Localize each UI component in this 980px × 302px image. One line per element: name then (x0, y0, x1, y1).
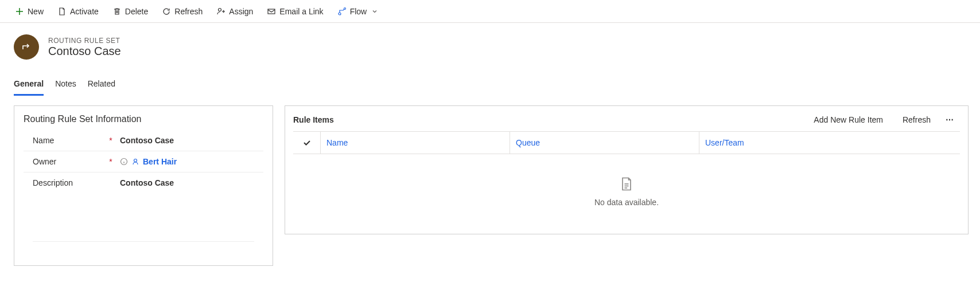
column-user-team[interactable]: User/Team (699, 132, 960, 154)
required-indicator: * (107, 136, 114, 145)
new-label: New (28, 7, 44, 16)
description-field[interactable]: Contoso Case (114, 178, 254, 187)
grid-refresh-button[interactable]: Refresh (892, 113, 936, 127)
refresh-icon (162, 7, 171, 16)
routing-rule-info-card: Routing Rule Set Information Name * Cont… (14, 105, 273, 266)
assign-icon (216, 7, 225, 16)
activate-button[interactable]: Activate (52, 2, 104, 21)
command-bar: New Activate Delete Refresh Assign Email… (0, 0, 980, 23)
description-label: Description (33, 178, 107, 187)
refresh-button[interactable]: Refresh (156, 2, 208, 21)
assign-label: Assign (229, 7, 253, 16)
rule-items-card: Rule Items Add New Rule Item Refresh (285, 105, 969, 234)
more-actions-button[interactable]: ⋯ (940, 113, 960, 127)
flow-icon (337, 7, 347, 16)
grid-header-row: Name Queue User/Team (293, 131, 960, 154)
name-label: Name (33, 136, 107, 145)
entity-type-label: ROUTING RULE SET (48, 37, 121, 45)
column-queue[interactable]: Queue (510, 132, 699, 154)
name-field[interactable]: Contoso Case (114, 136, 254, 145)
record-title: Contoso Case (48, 45, 121, 58)
mail-icon (267, 7, 276, 16)
column-name[interactable]: Name (321, 132, 510, 154)
new-button[interactable]: New (9, 2, 49, 21)
svg-rect-5 (268, 9, 275, 14)
owner-label: Owner (33, 157, 107, 166)
svg-point-11 (134, 159, 137, 162)
entity-avatar (14, 34, 39, 60)
delete-button[interactable]: Delete (107, 2, 154, 21)
check-icon (302, 138, 312, 147)
flow-button[interactable]: Flow (332, 2, 386, 21)
empty-state: No data available. (293, 154, 960, 234)
email-link-label: Email a Link (279, 7, 323, 16)
plus-icon (15, 7, 24, 16)
tab-notes[interactable]: Notes (55, 76, 76, 96)
name-row: Name * Contoso Case (24, 130, 263, 151)
description-row: Description Contoso Case (24, 172, 263, 241)
document-icon (57, 7, 67, 16)
owner-link[interactable]: Bert Hair (143, 157, 177, 166)
chevron-down-icon (370, 7, 379, 16)
route-icon (21, 41, 32, 53)
record-header: ROUTING RULE SET Contoso Case (14, 34, 969, 60)
svg-point-7 (344, 7, 345, 9)
tab-related[interactable]: Related (88, 76, 115, 96)
add-rule-item-button[interactable]: Add New Rule Item (803, 113, 889, 127)
more-icon: ⋯ (946, 115, 954, 124)
tab-general[interactable]: General (14, 76, 44, 96)
section-title: Routing Rule Set Information (24, 114, 263, 124)
trash-icon (112, 7, 122, 16)
add-rule-item-label: Add New Rule Item (814, 115, 883, 124)
empty-text: No data available. (594, 198, 659, 207)
owner-field[interactable]: Bert Hair (114, 157, 254, 166)
rule-items-title: Rule Items (293, 115, 334, 124)
grid-refresh-label: Refresh (903, 115, 931, 124)
tab-list: General Notes Related (14, 76, 969, 96)
delete-label: Delete (125, 7, 148, 16)
owner-row: Owner * Bert Hair (24, 151, 263, 172)
required-indicator: * (107, 157, 114, 166)
flow-label: Flow (350, 7, 367, 16)
person-icon (131, 158, 139, 166)
email-link-button[interactable]: Email a Link (261, 2, 329, 21)
activate-label: Activate (70, 7, 99, 16)
svg-point-6 (339, 13, 341, 15)
refresh-label: Refresh (174, 7, 203, 16)
info-icon (120, 158, 128, 166)
select-all-column[interactable] (293, 132, 321, 154)
assign-button[interactable]: Assign (211, 2, 259, 21)
document-icon (619, 176, 635, 192)
svg-point-4 (219, 8, 221, 11)
form-content: ROUTING RULE SET Contoso Case General No… (0, 23, 980, 272)
